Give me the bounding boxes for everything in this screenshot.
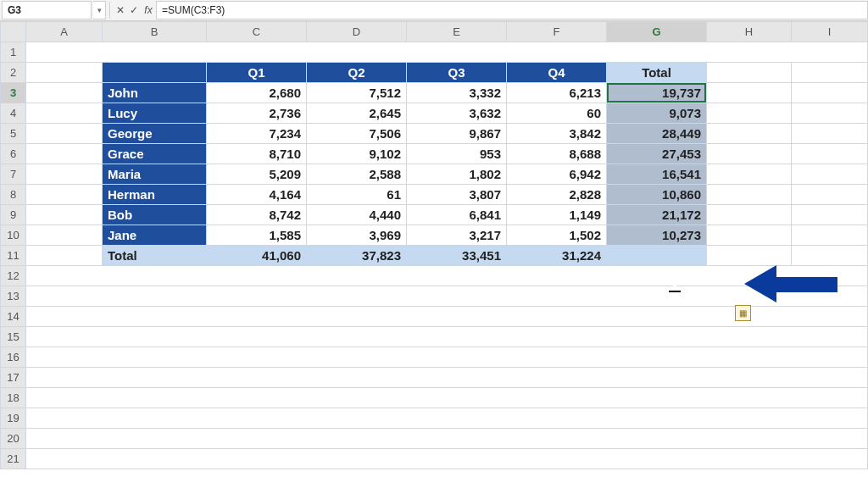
cell[interactable] <box>26 449 868 469</box>
row-header[interactable]: 1 <box>1 42 26 63</box>
cell[interactable] <box>26 164 103 185</box>
row-header[interactable]: 6 <box>1 144 26 164</box>
totals-q1[interactable]: 41,060 <box>207 246 307 266</box>
row-header[interactable]: 21 <box>1 449 26 469</box>
cell[interactable] <box>26 368 868 388</box>
cancel-icon[interactable]: ✕ <box>114 4 127 16</box>
cell-q2[interactable]: 9,102 <box>307 144 407 164</box>
cell[interactable] <box>792 124 868 144</box>
cell-total[interactable]: 27,453 <box>607 144 707 164</box>
cell-q4[interactable]: 6,213 <box>507 83 607 103</box>
cell-q3[interactable]: 1,802 <box>407 164 507 185</box>
row-name[interactable]: Bob <box>103 205 207 225</box>
cell-q4[interactable]: 3,842 <box>507 124 607 144</box>
col-header-E[interactable]: E <box>407 22 507 42</box>
cell[interactable] <box>26 83 103 103</box>
cell[interactable] <box>707 63 792 83</box>
cell[interactable] <box>792 103 868 124</box>
col-total-header[interactable]: Total <box>607 63 707 83</box>
row-header[interactable]: 13 <box>1 286 26 307</box>
name-box-dropdown[interactable]: ▾ <box>93 1 106 19</box>
col-header-H[interactable]: H <box>707 22 792 42</box>
cell-q1[interactable]: 2,736 <box>207 103 307 124</box>
cell[interactable] <box>792 83 868 103</box>
cell-q1[interactable]: 8,742 <box>207 205 307 225</box>
cell-q3[interactable]: 9,867 <box>407 124 507 144</box>
cell-q3[interactable]: 3,807 <box>407 185 507 205</box>
cell-q2[interactable]: 7,512 <box>307 83 407 103</box>
table-corner-header[interactable] <box>103 63 207 83</box>
cell-q4[interactable]: 8,688 <box>507 144 607 164</box>
col-q1-header[interactable]: Q1 <box>207 63 307 83</box>
cell[interactable] <box>707 225 792 246</box>
cell-total[interactable]: 10,860 <box>607 185 707 205</box>
cell[interactable] <box>26 266 868 286</box>
row-name[interactable]: Jane <box>103 225 207 246</box>
row-header[interactable]: 7 <box>1 164 26 185</box>
formula-input[interactable]: =SUM(C3:F3) <box>156 1 868 19</box>
row-name[interactable]: John <box>103 83 207 103</box>
cell[interactable] <box>707 144 792 164</box>
cell[interactable] <box>26 205 103 225</box>
cell[interactable] <box>792 144 868 164</box>
cell[interactable] <box>26 185 103 205</box>
totals-q4[interactable]: 31,224 <box>507 246 607 266</box>
row-header[interactable]: 10 <box>1 225 26 246</box>
cell[interactable] <box>26 144 103 164</box>
cell[interactable] <box>26 63 103 83</box>
row-header[interactable]: 9 <box>1 205 26 225</box>
row-name[interactable]: Grace <box>103 144 207 164</box>
row-header[interactable]: 17 <box>1 368 26 388</box>
cell-q3[interactable]: 3,217 <box>407 225 507 246</box>
cell-q4[interactable]: 1,502 <box>507 225 607 246</box>
cell[interactable] <box>26 225 103 246</box>
row-header[interactable]: 8 <box>1 185 26 205</box>
cell-q4[interactable]: 60 <box>507 103 607 124</box>
cell-q2[interactable]: 4,440 <box>307 205 407 225</box>
col-header-I[interactable]: I <box>792 22 868 42</box>
cell-q2[interactable]: 2,588 <box>307 164 407 185</box>
row-header[interactable]: 12 <box>1 266 26 286</box>
autofill-options-icon[interactable]: ▦ <box>735 305 751 321</box>
cell[interactable] <box>792 225 868 246</box>
cell[interactable] <box>26 246 103 266</box>
cell-total[interactable]: 10,273 <box>607 225 707 246</box>
cell[interactable] <box>26 286 868 307</box>
cell-total[interactable]: 9,073 <box>607 103 707 124</box>
col-q2-header[interactable]: Q2 <box>307 63 407 83</box>
row-header[interactable]: 14 <box>1 307 26 327</box>
col-header-B[interactable]: B <box>103 22 207 42</box>
cell-total-active[interactable]: 19,737 <box>607 83 707 103</box>
row-header[interactable]: 16 <box>1 347 26 368</box>
totals-total[interactable] <box>607 246 707 266</box>
cell[interactable] <box>707 246 792 266</box>
cell-q1[interactable]: 5,209 <box>207 164 307 185</box>
row-name[interactable]: Maria <box>103 164 207 185</box>
cell[interactable] <box>707 124 792 144</box>
cell-q3[interactable]: 953 <box>407 144 507 164</box>
row-header[interactable]: 18 <box>1 388 26 408</box>
cell[interactable] <box>707 103 792 124</box>
col-header-G[interactable]: G <box>607 22 707 42</box>
cell-q4[interactable]: 1,149 <box>507 205 607 225</box>
cell-q4[interactable]: 6,942 <box>507 164 607 185</box>
cell[interactable] <box>707 185 792 205</box>
cell[interactable] <box>792 246 868 266</box>
cell-q2[interactable]: 3,969 <box>307 225 407 246</box>
cell-q4[interactable]: 2,828 <box>507 185 607 205</box>
cell[interactable] <box>26 124 103 144</box>
select-all-corner[interactable] <box>1 22 26 42</box>
grid[interactable]: A B C D E F G H I 1 2 Q1 Q2 Q3 Q4 Total … <box>0 21 868 469</box>
row-header[interactable]: 3 <box>1 83 26 103</box>
row-name[interactable]: Herman <box>103 185 207 205</box>
totals-label[interactable]: Total <box>103 246 207 266</box>
totals-q2[interactable]: 37,823 <box>307 246 407 266</box>
cell-total[interactable]: 16,541 <box>607 164 707 185</box>
cell-q3[interactable]: 6,841 <box>407 205 507 225</box>
cell-q3[interactable]: 3,332 <box>407 83 507 103</box>
cell[interactable] <box>26 388 868 408</box>
cell-q1[interactable]: 1,585 <box>207 225 307 246</box>
col-q4-header[interactable]: Q4 <box>507 63 607 83</box>
col-q3-header[interactable]: Q3 <box>407 63 507 83</box>
row-header[interactable]: 4 <box>1 103 26 124</box>
